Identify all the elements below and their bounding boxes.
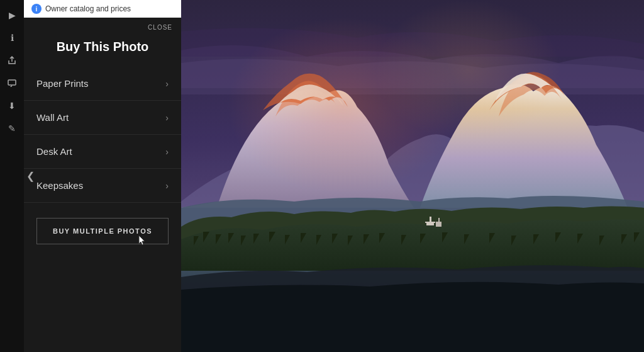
chat-icon[interactable] xyxy=(2,73,22,93)
chevron-right-icon-paper: › xyxy=(165,79,169,89)
menu-list: Paper Prints › Wall Art › Desk Art › Kee… xyxy=(24,67,181,203)
svg-rect-0 xyxy=(8,80,16,85)
close-row: CLOSE xyxy=(24,18,181,33)
menu-item-wall-art[interactable]: Wall Art › xyxy=(24,101,181,135)
menu-item-label: Wall Art xyxy=(36,112,69,123)
menu-item-label: Desk Art xyxy=(36,146,72,157)
menu-item-paper-prints[interactable]: Paper Prints › xyxy=(24,67,181,101)
photo-area xyxy=(181,0,644,352)
buy-panel: i Owner catalog and prices CLOSE Buy Thi… xyxy=(24,0,181,352)
edit-icon[interactable]: ✎ xyxy=(2,118,22,139)
download-icon[interactable]: ⬇ xyxy=(2,96,22,116)
play-icon[interactable]: ▶ xyxy=(2,5,22,25)
nav-left-chevron[interactable]: ❮ xyxy=(24,167,36,186)
menu-item-keepsakes[interactable]: Keepsakes › xyxy=(24,169,181,203)
buy-multiple-button[interactable]: BUY MULTIPLE PHOTOS xyxy=(36,218,169,244)
menu-item-label: Keepsakes xyxy=(36,180,83,191)
tooltip-bar[interactable]: i Owner catalog and prices xyxy=(24,0,181,18)
menu-item-desk-art[interactable]: Desk Art › xyxy=(24,135,181,169)
share-icon[interactable] xyxy=(2,50,22,71)
sidebar: ▶ ℹ ⬇ ✎ xyxy=(0,0,24,352)
panel-title: Buy This Photo xyxy=(24,33,181,67)
chevron-right-icon-keepsakes: › xyxy=(165,181,169,191)
chevron-right-icon-wall: › xyxy=(165,113,169,123)
tooltip-text: Owner catalog and prices xyxy=(45,4,131,13)
info-icon[interactable]: ℹ xyxy=(2,28,22,48)
svg-rect-3 xyxy=(181,0,644,352)
tooltip-info-icon: i xyxy=(31,4,42,14)
chevron-right-icon-desk: › xyxy=(165,147,169,157)
close-button[interactable]: CLOSE xyxy=(148,24,172,31)
menu-item-label: Paper Prints xyxy=(36,78,89,89)
